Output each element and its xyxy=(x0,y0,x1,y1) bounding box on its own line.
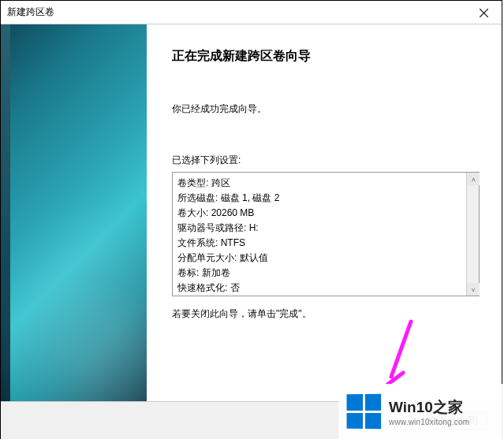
close-button[interactable] xyxy=(465,1,502,24)
scroll-down-button[interactable]: v xyxy=(467,283,480,296)
list-item: 卷类型: 跨区 xyxy=(177,176,461,191)
wizard-side-banner xyxy=(1,24,147,401)
windows-logo-icon xyxy=(347,394,382,430)
list-item: 卷标: 新加卷 xyxy=(177,266,461,281)
scrollbar[interactable]: ʌ v xyxy=(466,173,479,296)
window-title: 新建跨区卷 xyxy=(7,6,54,19)
settings-content: 卷类型: 跨区 所选磁盘: 磁盘 1, 磁盘 2 卷大小: 20260 MB 驱… xyxy=(173,173,466,296)
list-item: 驱动器号或路径: H: xyxy=(177,221,461,236)
list-item: 卷大小: 20260 MB xyxy=(177,206,461,221)
watermark-url: www.win10xitong.com xyxy=(389,418,469,426)
chevron-up-icon: ʌ xyxy=(472,176,476,183)
finish-instruction: 若要关闭此向导，请单击"完成"。 xyxy=(172,307,480,321)
wizard-content: 正在完成新建跨区卷向导 你已经成功完成向导。 已选择下列设置: 卷类型: 跨区 … xyxy=(147,24,502,401)
settings-label: 已选择下列设置: xyxy=(172,154,480,167)
titlebar: 新建跨区卷 xyxy=(1,1,502,24)
watermark-title: Win10之家 xyxy=(389,397,469,418)
close-icon xyxy=(480,9,488,17)
list-item: 文件系统: NTFS xyxy=(177,236,461,251)
scroll-up-button[interactable]: ʌ xyxy=(467,173,480,185)
wizard-heading: 正在完成新建跨区卷向导 xyxy=(172,48,480,65)
settings-listbox[interactable]: 卷类型: 跨区 所选磁盘: 磁盘 1, 磁盘 2 卷大小: 20260 MB 驱… xyxy=(172,172,480,296)
chevron-down-icon: v xyxy=(472,286,475,293)
wizard-success-text: 你已经成功完成向导。 xyxy=(172,102,480,116)
list-item: 分配单元大小: 默认值 xyxy=(177,251,461,266)
watermark: Win10之家 www.win10xitong.com xyxy=(338,384,504,439)
list-item: 快速格式化: 否 xyxy=(177,281,461,296)
list-item: 所选磁盘: 磁盘 1, 磁盘 2 xyxy=(177,191,461,206)
